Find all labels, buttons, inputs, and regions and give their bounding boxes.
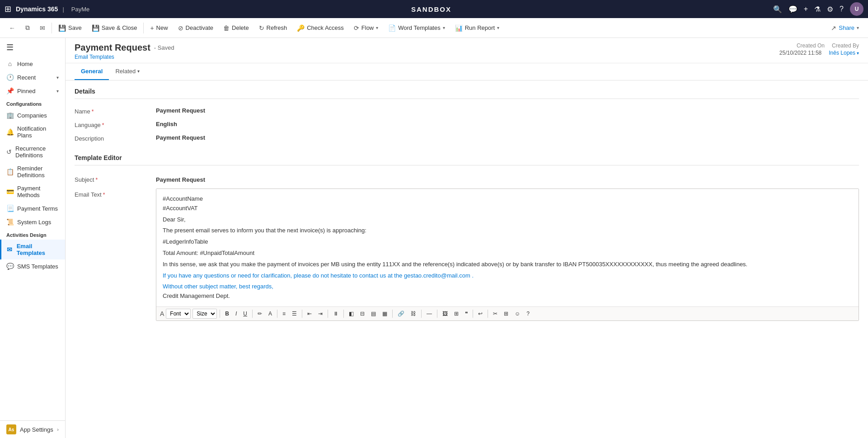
- created-by-link[interactable]: Inês Lopes ▾: [829, 50, 859, 56]
- help-toolbar-button[interactable]: ?: [524, 310, 532, 318]
- recent-icon: 🕐: [6, 74, 14, 81]
- bold-button[interactable]: B: [223, 310, 231, 318]
- list-button[interactable]: ☰: [290, 310, 299, 318]
- unlink-button[interactable]: ⛓: [408, 310, 418, 318]
- underline-button[interactable]: U: [241, 310, 249, 318]
- sidebar-label-home: Home: [17, 61, 33, 67]
- image-button[interactable]: 🖼: [440, 310, 450, 318]
- justify-button[interactable]: ▦: [380, 310, 389, 318]
- size-select[interactable]: Size: [192, 309, 217, 319]
- back-button[interactable]: ←: [5, 23, 20, 33]
- refresh-icon: ↻: [259, 24, 264, 32]
- editor-field-row-email-text: Email Text * #AccountName#AccountVAT Dea…: [75, 186, 859, 324]
- sidebar-item-notification-plans[interactable]: 🔔 Notification Plans: [0, 122, 65, 142]
- undo-button[interactable]: ↩: [476, 310, 485, 318]
- deactivate-button[interactable]: ⊘ Deactivate: [174, 23, 218, 33]
- table-button[interactable]: ⊞: [502, 310, 511, 318]
- emoji-button[interactable]: ☺: [512, 310, 522, 318]
- word-templates-icon: 📄: [388, 24, 396, 32]
- tab-general-label: General: [81, 68, 103, 75]
- align-center-button[interactable]: ⊟: [358, 310, 367, 318]
- flow-button[interactable]: ⟳ Flow ▾: [349, 23, 383, 33]
- search-icon[interactable]: 🔍: [773, 5, 782, 14]
- sidebar-item-pinned[interactable]: 📌 Pinned ▾: [0, 84, 65, 98]
- sidebar-item-home[interactable]: ⌂ Home: [0, 57, 65, 71]
- sidebar-toggle[interactable]: ☰: [0, 38, 65, 57]
- word-templates-button[interactable]: 📄 Word Templates ▾: [384, 23, 449, 33]
- new-button[interactable]: + New: [145, 23, 172, 33]
- recent-expand-icon: ▾: [56, 75, 59, 80]
- pause-button[interactable]: ⏸: [331, 310, 341, 318]
- highlight-button[interactable]: ✏: [255, 310, 264, 318]
- share-button[interactable]: ↗ Share ▾: [826, 23, 863, 33]
- name-value[interactable]: Payment Request: [156, 107, 859, 114]
- sidebar-app-settings[interactable]: As App Settings ›: [0, 420, 65, 438]
- sidebar-item-payment-methods[interactable]: 💳 Payment Methods: [0, 182, 65, 202]
- topbar-icons: 🔍 💬 + ⚗ ⚙ ? U: [773, 2, 863, 16]
- created-on-label: Created On: [797, 42, 825, 49]
- payment-methods-icon: 💳: [6, 188, 14, 195]
- description-value[interactable]: Payment Request: [156, 134, 859, 141]
- run-report-button[interactable]: 📊 Run Report ▾: [450, 23, 504, 33]
- sidebar-item-reminder-definitions[interactable]: 📋 Reminder Definitions: [0, 162, 65, 182]
- filter-icon[interactable]: ⚗: [814, 5, 821, 14]
- copy-icon: ⧉: [25, 24, 30, 32]
- field-row-description: Description Payment Request: [75, 132, 859, 145]
- email-button[interactable]: ✉: [35, 23, 50, 33]
- created-on-value: 25/10/2022 11:58: [779, 50, 821, 56]
- help-icon[interactable]: ?: [840, 5, 844, 13]
- toolbar-sep4: [302, 310, 302, 318]
- indent-button[interactable]: ⇥: [316, 310, 325, 318]
- sidebar-item-payment-terms[interactable]: 📃 Payment Terms: [0, 202, 65, 215]
- subject-value[interactable]: Payment Request: [156, 174, 859, 183]
- sidebar-item-recurrence-definitions[interactable]: ↺ Recurrence Definitions: [0, 142, 65, 162]
- tab-related[interactable]: Related ▾: [109, 63, 146, 80]
- form-meta-values-row: 25/10/2022 11:58 Inês Lopes ▾: [779, 50, 859, 56]
- created-by-label: Created By: [832, 42, 859, 49]
- link-button[interactable]: 🔗: [395, 310, 407, 318]
- tab-related-label: Related: [115, 68, 136, 75]
- command-bar: ← ⧉ ✉ 💾 Save 💾 Save & Close + New ⊘ Deac…: [0, 18, 868, 38]
- font-color-button[interactable]: A: [266, 310, 274, 318]
- copy-button[interactable]: ⧉: [21, 22, 34, 33]
- sidebar-item-system-logs[interactable]: 📜 System Logs: [0, 215, 65, 229]
- sidebar: ☰ ⌂ Home 🕐 Recent ▾ 📌 Pinned ▾ Configura…: [0, 38, 66, 438]
- app-name[interactable]: Dynamics 365: [16, 5, 58, 13]
- flow-arrow: ▾: [376, 25, 378, 30]
- code-button[interactable]: ⊞: [452, 310, 461, 318]
- font-select[interactable]: Font: [166, 309, 191, 319]
- hr-button[interactable]: —: [424, 310, 434, 318]
- source-button[interactable]: ✂: [491, 310, 500, 318]
- field-row-language: Language * English: [75, 118, 859, 132]
- add-icon[interactable]: +: [804, 5, 808, 13]
- name-label: Name *: [75, 107, 156, 115]
- email-text-required: *: [103, 192, 105, 198]
- align-left-button[interactable]: ≡: [280, 310, 288, 318]
- outdent-button[interactable]: ⇤: [305, 310, 314, 318]
- delete-button[interactable]: 🗑 Delete: [219, 23, 253, 33]
- save-close-button[interactable]: 💾 Save & Close: [87, 23, 142, 33]
- sidebar-item-sms-templates[interactable]: 💬 SMS Templates: [0, 259, 65, 273]
- form-breadcrumb[interactable]: Email Templates: [75, 54, 174, 60]
- italic-button[interactable]: I: [233, 310, 239, 318]
- settings-icon[interactable]: ⚙: [827, 5, 833, 14]
- sidebar-item-email-templates[interactable]: ✉ Email Templates: [0, 240, 65, 259]
- chat-icon[interactable]: 💬: [788, 5, 798, 14]
- email-text-body[interactable]: #AccountName#AccountVAT Dear Sir, The pr…: [156, 189, 859, 306]
- avatar[interactable]: U: [850, 2, 863, 16]
- align-left2-button[interactable]: ◧: [347, 310, 356, 318]
- sidebar-item-companies[interactable]: 🏢 Companies: [0, 108, 65, 122]
- form-title: Payment Request - Saved: [75, 42, 174, 53]
- align-right-button[interactable]: ▤: [369, 310, 378, 318]
- sidebar-label-email-templates: Email Templates: [17, 243, 59, 256]
- quote-button[interactable]: ❝: [463, 310, 470, 318]
- details-section-title: Details: [75, 88, 859, 99]
- tab-general[interactable]: General: [75, 63, 109, 80]
- save-button[interactable]: 💾 Save: [54, 23, 86, 33]
- check-access-button[interactable]: 🔑 Check Access: [292, 23, 348, 33]
- language-value[interactable]: English: [156, 121, 859, 127]
- sidebar-item-recent[interactable]: 🕐 Recent ▾: [0, 71, 65, 84]
- grid-icon[interactable]: ⊞: [5, 4, 11, 14]
- sidebar-label-reminder-definitions: Reminder Definitions: [17, 165, 59, 179]
- refresh-button[interactable]: ↻ Refresh: [254, 23, 292, 33]
